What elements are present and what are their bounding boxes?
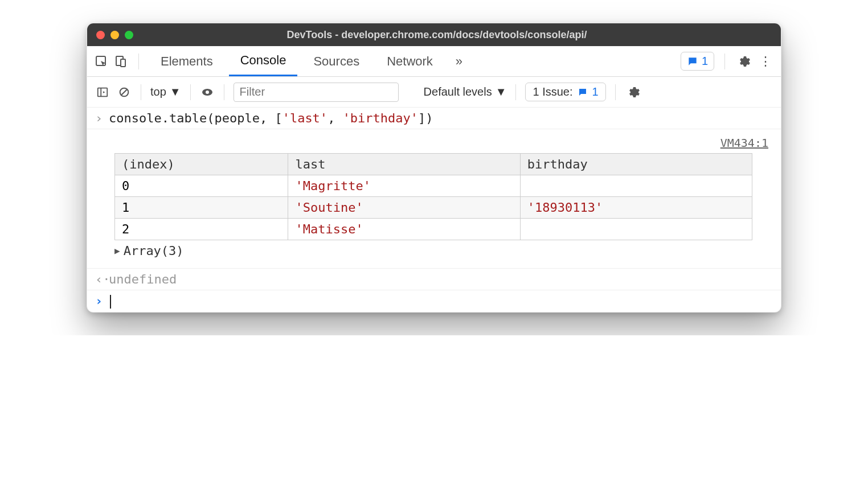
divider bbox=[224, 84, 224, 100]
minimize-icon[interactable] bbox=[110, 31, 119, 39]
console-settings-gear-icon[interactable] bbox=[625, 84, 642, 101]
console-prompt[interactable]: › bbox=[87, 290, 781, 312]
kebab-menu-icon[interactable]: ⋮ bbox=[757, 53, 774, 70]
divider bbox=[515, 84, 516, 100]
table-cell-index: 0 bbox=[115, 175, 288, 197]
console-toolbar: top ▼ Default levels ▼ 1 Issue: 1 bbox=[87, 77, 781, 108]
message-icon bbox=[687, 56, 698, 67]
divider bbox=[138, 54, 139, 69]
svg-rect-2 bbox=[121, 59, 125, 67]
settings-gear-icon[interactable] bbox=[735, 53, 752, 70]
console-return-row: ‹· undefined bbox=[87, 269, 781, 290]
table-header-row: (index) last birthday bbox=[115, 154, 752, 175]
issues-badge-count: 1 bbox=[702, 55, 708, 68]
prompt-chevron-icon: › bbox=[95, 294, 109, 308]
console-input-echo: › console.table(people, ['last', 'birthd… bbox=[87, 108, 781, 129]
zoom-icon[interactable] bbox=[125, 31, 133, 39]
device-toggle-icon[interactable] bbox=[113, 54, 128, 69]
chevron-down-icon: ▼ bbox=[170, 85, 181, 98]
table-row: 1 'Soutine' '18930113' bbox=[115, 197, 752, 219]
string-literal: 'last' bbox=[282, 111, 327, 125]
table-row: 0 'Magritte' bbox=[115, 175, 752, 197]
table-header[interactable]: birthday bbox=[520, 154, 752, 175]
table-cell: 'Matisse' bbox=[288, 219, 520, 240]
tab-console[interactable]: Console bbox=[229, 46, 298, 76]
tab-network[interactable]: Network bbox=[375, 46, 444, 76]
divider bbox=[724, 54, 725, 69]
code-fragment: ]) bbox=[418, 111, 433, 125]
svg-rect-3 bbox=[98, 88, 108, 96]
console-output: › console.table(people, ['last', 'birthd… bbox=[87, 108, 781, 312]
console-table: (index) last birthday 0 'Magritte' 1 'So… bbox=[114, 153, 752, 240]
more-tabs-icon[interactable]: » bbox=[449, 54, 469, 69]
table-header[interactable]: (index) bbox=[115, 154, 288, 175]
table-cell bbox=[520, 175, 752, 197]
devtools-window: DevTools - developer.chrome.com/docs/dev… bbox=[87, 23, 781, 313]
clear-console-icon[interactable] bbox=[117, 85, 132, 100]
context-label: top bbox=[150, 85, 166, 98]
divider bbox=[190, 84, 191, 100]
echoed-command: console.table(people, ['last', 'birthday… bbox=[109, 111, 433, 125]
filter-input[interactable] bbox=[234, 83, 399, 102]
issues-badge[interactable]: 1 bbox=[681, 52, 714, 71]
divider bbox=[141, 84, 141, 100]
table-cell-index: 2 bbox=[115, 219, 288, 240]
issue-count: 1 bbox=[592, 85, 599, 98]
triangle-right-icon: ▶ bbox=[114, 245, 120, 256]
divider bbox=[615, 84, 616, 100]
issues-button[interactable]: 1 Issue: 1 bbox=[525, 83, 605, 101]
sidebar-toggle-icon[interactable] bbox=[95, 85, 110, 100]
console-table-output: VM434:1 (index) last birthday 0 'Magritt… bbox=[87, 129, 781, 269]
code-fragment: console.table(people, [ bbox=[109, 111, 282, 125]
chevron-down-icon: ▼ bbox=[496, 85, 507, 98]
string-literal: 'birthday' bbox=[343, 111, 418, 125]
table-row: 2 'Matisse' bbox=[115, 219, 752, 240]
live-expression-icon[interactable] bbox=[200, 85, 215, 100]
table-cell: 'Magritte' bbox=[288, 175, 520, 197]
table-header[interactable]: last bbox=[288, 154, 520, 175]
svg-point-6 bbox=[206, 91, 209, 94]
devtools-tabbar: Elements Console Sources Network » 1 ⋮ bbox=[87, 46, 781, 77]
log-levels-dropdown[interactable]: Default levels ▼ bbox=[424, 85, 507, 98]
table-cell: 'Soutine' bbox=[288, 197, 520, 219]
table-cell-index: 1 bbox=[115, 197, 288, 219]
window-title: DevTools - developer.chrome.com/docs/dev… bbox=[133, 29, 740, 41]
close-icon[interactable] bbox=[96, 31, 105, 39]
source-link[interactable]: VM434:1 bbox=[114, 136, 768, 150]
levels-label: Default levels bbox=[424, 85, 492, 98]
code-fragment: , bbox=[327, 111, 343, 125]
return-arrow-icon: ‹· bbox=[95, 272, 109, 286]
message-icon bbox=[578, 87, 588, 97]
array-disclosure[interactable]: ▶ Array(3) bbox=[114, 240, 773, 264]
input-chevron-icon: › bbox=[95, 111, 109, 125]
inspect-icon[interactable] bbox=[94, 54, 109, 69]
traffic-lights bbox=[96, 31, 133, 39]
array-label: Array(3) bbox=[124, 244, 184, 258]
window-titlebar: DevTools - developer.chrome.com/docs/dev… bbox=[87, 23, 781, 46]
tab-elements[interactable]: Elements bbox=[149, 46, 224, 76]
return-value: undefined bbox=[109, 272, 177, 286]
table-cell: '18930113' bbox=[520, 197, 752, 219]
prompt-input[interactable] bbox=[109, 294, 111, 309]
issue-label: 1 Issue: bbox=[533, 85, 572, 98]
table-cell bbox=[520, 219, 752, 240]
context-selector[interactable]: top ▼ bbox=[150, 85, 181, 98]
tab-sources[interactable]: Sources bbox=[302, 46, 371, 76]
